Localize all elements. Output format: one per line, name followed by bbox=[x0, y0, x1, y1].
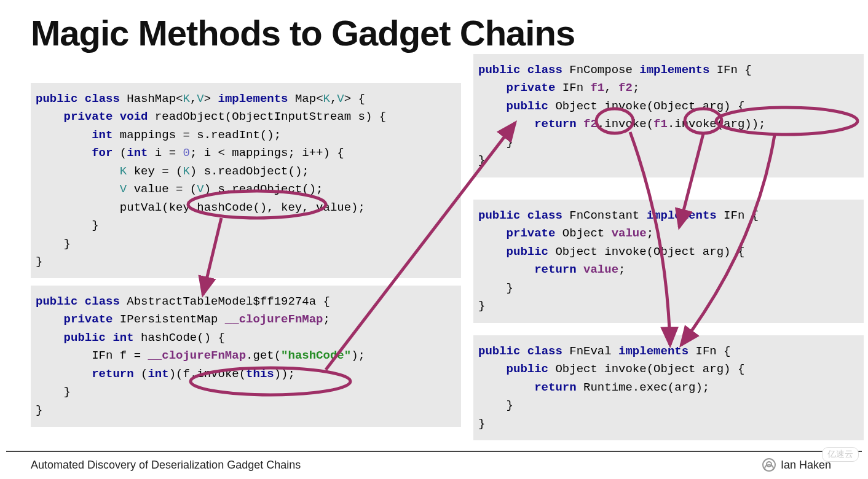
t: V bbox=[337, 92, 344, 106]
t: } bbox=[478, 299, 485, 313]
t: FnEval bbox=[562, 345, 618, 358]
slide: Magic Methods to Gadget Chains public cl… bbox=[0, 0, 868, 479]
t: public bbox=[36, 92, 77, 106]
t: )); bbox=[274, 367, 295, 381]
t: ) s.readObject(); bbox=[190, 165, 309, 178]
t: Map< bbox=[288, 92, 323, 106]
t: mappings = s.readInt(); bbox=[112, 128, 281, 142]
t: implements bbox=[618, 345, 688, 358]
t: f2 bbox=[583, 117, 598, 131]
t: )(f.invoke( bbox=[169, 367, 246, 381]
t: return bbox=[478, 117, 577, 131]
t: , bbox=[604, 81, 618, 95]
t: ); bbox=[351, 349, 365, 362]
t: } bbox=[478, 136, 513, 149]
t: Runtime.exec(arg); bbox=[577, 381, 710, 394]
t bbox=[36, 182, 120, 196]
t: private bbox=[478, 81, 555, 95]
t: Object invoke(Object arg) { bbox=[548, 99, 744, 113]
t: } bbox=[478, 154, 485, 167]
t: implements bbox=[647, 209, 717, 222]
t: ; bbox=[647, 227, 653, 240]
t: readObject(ObjectInputStream s) { bbox=[148, 110, 386, 123]
t: ; bbox=[323, 313, 330, 326]
footer-title: Automated Discovery of Deserialization G… bbox=[31, 459, 301, 472]
t: implements bbox=[218, 92, 288, 106]
t: IFn { bbox=[688, 345, 730, 358]
t: ; bbox=[633, 81, 639, 95]
t: int bbox=[148, 367, 168, 381]
t: int bbox=[36, 128, 112, 142]
t: putVal(key.hashCode(), key, value); bbox=[36, 201, 365, 214]
t: HashMap< bbox=[120, 92, 183, 106]
t: value bbox=[583, 263, 618, 276]
t: Object invoke(Object arg) { bbox=[548, 362, 744, 376]
footer-divider bbox=[6, 451, 862, 452]
t: V bbox=[197, 92, 203, 106]
t: } bbox=[478, 399, 513, 412]
t: class bbox=[85, 295, 120, 308]
t: public bbox=[478, 99, 548, 113]
t: } bbox=[36, 237, 71, 251]
t: int bbox=[112, 331, 133, 345]
code-hashmap: public class HashMap<K,V> implements Map… bbox=[31, 83, 461, 278]
t: 0 bbox=[183, 146, 189, 160]
t: > bbox=[204, 92, 218, 106]
t: , bbox=[330, 92, 337, 106]
t: ( bbox=[112, 146, 127, 160]
t: public bbox=[36, 295, 77, 308]
t: } bbox=[36, 403, 42, 417]
t: IFn { bbox=[709, 63, 751, 77]
t: .invoke(arg)); bbox=[668, 117, 766, 131]
t: public bbox=[36, 331, 106, 345]
t: } bbox=[36, 255, 42, 268]
t: private bbox=[478, 227, 555, 240]
t: } bbox=[478, 281, 513, 295]
t: this bbox=[246, 367, 274, 381]
t: K bbox=[183, 165, 189, 178]
t: __clojureFnMap bbox=[225, 313, 323, 326]
t: ( bbox=[134, 367, 148, 381]
t: ) s.readObject(); bbox=[204, 182, 323, 196]
t: > { bbox=[344, 92, 365, 106]
t: f2 bbox=[618, 81, 633, 95]
t: Object bbox=[555, 227, 611, 240]
t: K bbox=[183, 92, 189, 106]
t: ; i < mappings; i++) { bbox=[190, 146, 344, 160]
t: } bbox=[36, 385, 71, 399]
t: .invoke( bbox=[598, 117, 653, 131]
t: for bbox=[36, 146, 112, 160]
t: int bbox=[127, 146, 148, 160]
t: IFn f = bbox=[36, 349, 148, 362]
watermark: 亿速云 bbox=[822, 447, 859, 462]
t: } bbox=[478, 417, 485, 430]
t: i = bbox=[148, 146, 183, 160]
t: f1 bbox=[653, 117, 668, 131]
t: __clojureFnMap bbox=[148, 349, 246, 362]
footer-author: Ian Haken bbox=[762, 458, 831, 472]
t bbox=[36, 165, 120, 178]
t: class bbox=[527, 209, 562, 222]
t: FnCompose bbox=[562, 63, 639, 77]
t: Object invoke(Object arg) { bbox=[548, 245, 744, 259]
t: V bbox=[120, 182, 127, 196]
t: public bbox=[478, 209, 520, 222]
t: K bbox=[120, 165, 127, 178]
t: V bbox=[197, 182, 203, 196]
t: IFn bbox=[555, 81, 590, 95]
t: .get( bbox=[246, 349, 281, 362]
code-abstracttable: public class AbstractTableModel$ff19274a… bbox=[31, 286, 461, 427]
t: private bbox=[36, 313, 112, 326]
t: class bbox=[527, 345, 562, 358]
code-fnconstant: public class FnConstant implements IFn {… bbox=[473, 200, 864, 323]
t: f1 bbox=[590, 81, 604, 95]
t: implements bbox=[639, 63, 709, 77]
t: value = ( bbox=[127, 182, 197, 196]
t: AbstractTableModel$ff19274a { bbox=[120, 295, 330, 308]
t: hashCode() { bbox=[134, 331, 225, 345]
t: key = ( bbox=[127, 165, 183, 178]
t: public bbox=[478, 63, 520, 77]
t: FnConstant bbox=[562, 209, 647, 222]
t: K bbox=[323, 92, 330, 106]
t: private bbox=[36, 110, 112, 123]
